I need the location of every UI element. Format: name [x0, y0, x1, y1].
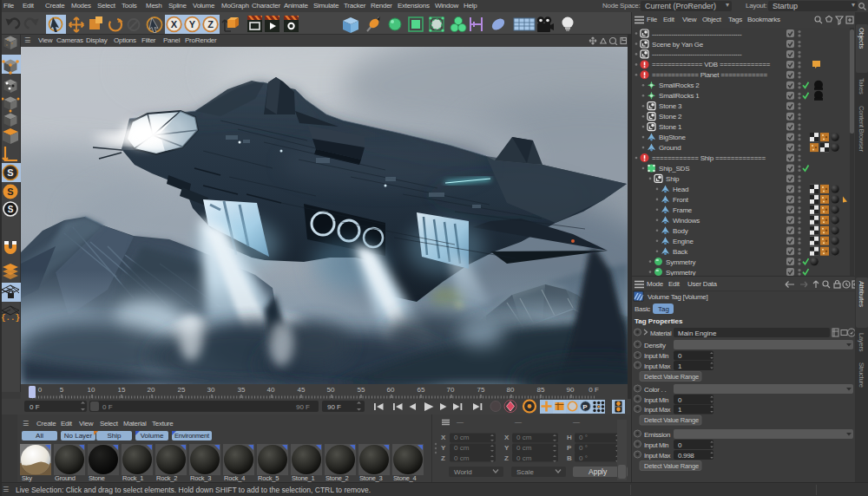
svg-text:Input Min: Input Min: [644, 352, 668, 360]
svg-text:------------------------------: ----------------------------------------…: [652, 30, 742, 38]
svg-text:Main Engine: Main Engine: [678, 330, 717, 337]
svg-text:Detect Value Range: Detect Value Range: [644, 416, 699, 424]
svg-text:0 F: 0 F: [589, 386, 599, 394]
svg-text:X: X: [441, 434, 446, 441]
svg-text:0 cm: 0 cm: [454, 434, 470, 441]
svg-text:45: 45: [298, 386, 306, 394]
svg-text:Ship: Ship: [666, 175, 680, 183]
svg-text:40: 40: [267, 386, 275, 394]
svg-text:X: X: [504, 434, 510, 441]
svg-text:Back: Back: [673, 248, 688, 256]
svg-text:H: H: [567, 434, 572, 441]
svg-text:—: —: [515, 418, 522, 426]
svg-text:S: S: [7, 167, 13, 178]
svg-text:Ship_SDS: Ship_SDS: [659, 165, 689, 173]
svg-text:Input Min: Input Min: [644, 396, 668, 404]
svg-text:Ground: Ground: [659, 144, 681, 152]
svg-text:Scene by Yan Ge: Scene by Yan Ge: [652, 41, 704, 49]
svg-text:0 F: 0 F: [30, 403, 40, 411]
svg-text:0 cm: 0 cm: [516, 434, 532, 441]
svg-text:Y: Y: [189, 19, 196, 29]
svg-text:70: 70: [447, 386, 455, 394]
svg-text:Y: Y: [441, 444, 446, 452]
svg-text:—: —: [457, 418, 464, 426]
svg-text:Y: Y: [504, 444, 510, 452]
svg-text:Engine: Engine: [673, 238, 694, 245]
svg-text:90 F: 90 F: [296, 403, 310, 411]
svg-text:Stone_1: Stone_1: [292, 474, 315, 482]
svg-text:Head: Head: [673, 186, 688, 193]
svg-text:0 cm: 0 cm: [516, 444, 532, 452]
svg-text:0: 0: [38, 386, 43, 394]
svg-text:Frame: Frame: [673, 206, 693, 214]
svg-text:Z: Z: [504, 454, 509, 462]
svg-text:============ Ship ============: ============ Ship =============: [652, 154, 766, 162]
svg-text:Color . .: Color . .: [644, 386, 666, 394]
svg-text:B: B: [567, 454, 572, 462]
svg-text:30: 30: [207, 386, 215, 394]
svg-text:P: P: [582, 403, 588, 411]
svg-text:Rock_2: Rock_2: [156, 474, 177, 482]
svg-text:Stone 2: Stone 2: [659, 113, 682, 121]
svg-text:Input Min: Input Min: [644, 441, 668, 449]
svg-text:0 cm: 0 cm: [516, 454, 532, 462]
svg-text:Material: Material: [650, 330, 672, 337]
svg-text:35: 35: [238, 386, 246, 394]
svg-text:15: 15: [118, 386, 126, 394]
svg-text:10: 10: [88, 386, 95, 394]
svg-text:Tag: Tag: [658, 305, 669, 313]
svg-text:0.998: 0.998: [678, 452, 694, 460]
svg-text:Tag Properties: Tag Properties: [635, 317, 683, 325]
svg-text:Symmetry: Symmetry: [666, 258, 696, 266]
svg-text:Sky: Sky: [22, 474, 32, 482]
svg-text:80: 80: [507, 386, 515, 394]
svg-text:50: 50: [327, 386, 335, 394]
svg-text:Basic: Basic: [635, 305, 650, 313]
svg-text:Input Max: Input Max: [644, 362, 671, 370]
svg-text:90 F: 90 F: [327, 403, 341, 411]
svg-text:0 °: 0 °: [579, 454, 588, 462]
svg-text:Emission: Emission: [644, 431, 670, 439]
svg-text:Windows: Windows: [673, 217, 700, 225]
svg-text:Rock_4: Rock_4: [224, 474, 245, 482]
svg-text:Volume Tag [Volume]: Volume Tag [Volume]: [648, 293, 707, 301]
svg-text:Stone_4: Stone_4: [393, 474, 417, 482]
svg-text:Stone_3: Stone_3: [359, 474, 383, 482]
svg-text:Stone 3: Stone 3: [659, 102, 682, 110]
svg-text:25: 25: [178, 386, 186, 394]
svg-text:0 cm: 0 cm: [454, 444, 470, 452]
svg-text:Detect Value Range: Detect Value Range: [644, 462, 699, 470]
svg-text:55: 55: [358, 386, 365, 394]
svg-text:S: S: [7, 186, 13, 197]
svg-text:Scale: Scale: [516, 468, 535, 476]
svg-text:Input Max: Input Max: [644, 406, 671, 414]
svg-text:Detect Value Range: Detect Value Range: [644, 373, 699, 381]
svg-text:Rock_3: Rock_3: [190, 474, 211, 482]
svg-text:90: 90: [567, 386, 575, 394]
svg-text:Z: Z: [441, 454, 445, 462]
svg-text:85: 85: [537, 386, 545, 394]
svg-text:Stone 1: Stone 1: [659, 123, 682, 131]
svg-text:Input Max: Input Max: [644, 452, 671, 460]
svg-text:0 °: 0 °: [579, 434, 588, 441]
svg-text:Stone_2: Stone_2: [326, 474, 349, 482]
svg-text:Stone: Stone: [89, 474, 105, 482]
svg-text:SmallRocks 2: SmallRocks 2: [659, 82, 700, 89]
svg-text:Z: Z: [207, 19, 214, 29]
svg-text:============ Planet ==========: ============ Planet ============: [652, 71, 767, 79]
svg-text:Rock_5: Rock_5: [258, 474, 279, 482]
svg-text:Front: Front: [673, 196, 689, 204]
svg-text:BigStone: BigStone: [659, 134, 687, 141]
svg-text:{..}: {..}: [1, 314, 20, 323]
svg-text:Ground: Ground: [55, 474, 76, 482]
svg-text:60: 60: [387, 386, 395, 394]
svg-text:------------------------------: ----------------------------------------…: [652, 50, 742, 58]
svg-text:Apply: Apply: [589, 467, 608, 476]
svg-text:X: X: [171, 19, 178, 29]
svg-text:============= VDB ============: ============= VDB =============: [652, 61, 771, 69]
svg-text:0 °: 0 °: [579, 444, 588, 452]
svg-text:SmallRocks 1: SmallRocks 1: [659, 92, 700, 100]
svg-text:S: S: [8, 205, 14, 214]
svg-text:75: 75: [477, 386, 485, 394]
svg-text:P: P: [567, 444, 572, 452]
